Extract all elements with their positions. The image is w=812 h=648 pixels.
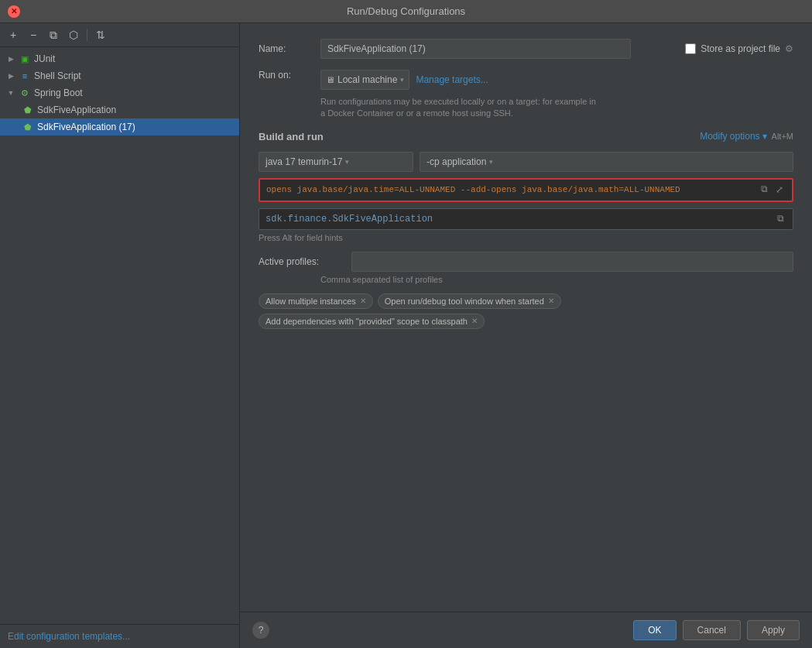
modify-options-button[interactable]: Modify options ▾ bbox=[700, 131, 766, 142]
chip-open-window-close[interactable]: ✕ bbox=[548, 297, 554, 305]
chip-open-window[interactable]: Open run/debug tool window when started … bbox=[378, 293, 561, 309]
junit-icon: ▣ bbox=[19, 53, 31, 65]
java-dropdown[interactable]: java 17 temurin-17 ▾ bbox=[259, 152, 413, 172]
sdk-app-icon: ⬟ bbox=[22, 104, 34, 116]
move-config-button[interactable]: ⬡ bbox=[65, 26, 82, 43]
sidebar-tree: ▶ ▣ JUnit ▶ ≡ Shell Script ▼ ⚙ Spring Bo… bbox=[0, 47, 239, 624]
close-button[interactable]: ✕ bbox=[8, 5, 20, 18]
active-profiles-label: Active profiles: bbox=[259, 256, 344, 267]
chip-add-deps[interactable]: Add dependencies with "provided" scope t… bbox=[259, 314, 485, 329]
sidebar-label-sdk-app-17: SdkFiveApplication (17) bbox=[37, 122, 135, 132]
main-layout: + − ⧉ ⬡ ⇅ ▶ ▣ JUnit ▶ ≡ Shell Script ▼ bbox=[0, 23, 812, 648]
store-project-label: Store as project file bbox=[701, 43, 780, 54]
tree-arrow-spring: ▼ bbox=[6, 88, 15, 98]
run-on-arrow: ▾ bbox=[400, 76, 404, 84]
vm-field-icons: ⧉ ⤢ bbox=[759, 183, 786, 197]
title-bar: ✕ Run/Debug Configurations bbox=[0, 0, 812, 23]
sdk-app-17-icon: ⬟ bbox=[22, 121, 34, 133]
bottom-bar: ? OK Cancel Apply bbox=[240, 612, 812, 648]
build-run-section-header: Build and run Modify options ▾ Alt+M bbox=[259, 131, 793, 142]
chip-open-window-label: Open run/debug tool window when started bbox=[385, 297, 544, 306]
run-on-label: Run on: bbox=[259, 70, 313, 81]
store-project-row: Store as project file ⚙ bbox=[639, 43, 793, 54]
copy-config-button[interactable]: ⧉ bbox=[45, 26, 62, 43]
config-content: Name: Store as project file ⚙ Run on: 🖥 … bbox=[240, 23, 812, 648]
run-hint: Run configurations may be executed local… bbox=[320, 96, 793, 120]
help-button[interactable]: ? bbox=[252, 622, 269, 639]
sidebar-toolbar: + − ⧉ ⬡ ⇅ bbox=[0, 23, 239, 47]
add-config-button[interactable]: + bbox=[5, 26, 22, 43]
chip-allow-multiple-label: Allow multiple instances bbox=[266, 297, 356, 306]
java-dropdown-value: java 17 temurin-17 bbox=[266, 156, 342, 167]
run-on-value: Local machine bbox=[337, 74, 397, 85]
sidebar-item-spring-boot[interactable]: ▼ ⚙ Spring Boot bbox=[0, 84, 239, 101]
chips-area-2: Add dependencies with "provided" scope t… bbox=[259, 314, 793, 329]
sidebar-item-sdk-app-17[interactable]: ⬟ SdkFiveApplication (17) bbox=[0, 118, 239, 135]
vm-copy-icon[interactable]: ⧉ bbox=[759, 183, 770, 196]
name-store-row: Name: Store as project file ⚙ bbox=[259, 39, 793, 59]
shortcut-hint: Alt+M bbox=[772, 132, 793, 141]
java-dropdown-arrow: ▾ bbox=[345, 158, 349, 166]
profiles-row: Active profiles: bbox=[259, 252, 793, 272]
sidebar-label-shell: Shell Script bbox=[34, 70, 81, 81]
build-row: java 17 temurin-17 ▾ -cp application ▾ bbox=[259, 152, 793, 172]
shell-icon: ≡ bbox=[19, 70, 31, 82]
name-input[interactable] bbox=[320, 39, 631, 59]
sidebar-item-shell-script[interactable]: ▶ ≡ Shell Script bbox=[0, 67, 239, 84]
cp-dropdown[interactable]: -cp application ▾ bbox=[420, 152, 793, 172]
cp-dropdown-value: -cp application bbox=[427, 156, 486, 167]
tree-arrow-junit: ▶ bbox=[6, 54, 15, 63]
local-machine-icon: 🖥 bbox=[326, 75, 334, 84]
sidebar-item-junit[interactable]: ▶ ▣ JUnit bbox=[0, 50, 239, 67]
main-class-icon[interactable]: ⧉ bbox=[775, 213, 786, 225]
sidebar-item-sdk-app[interactable]: ⬟ SdkFiveApplication bbox=[0, 101, 239, 118]
chips-area: Allow multiple instances ✕ Open run/debu… bbox=[259, 293, 793, 309]
manage-targets-link[interactable]: Manage targets... bbox=[416, 70, 488, 90]
ok-button[interactable]: OK bbox=[633, 620, 676, 640]
dialog-title: Run/Debug Configurations bbox=[347, 5, 465, 17]
sidebar: + − ⧉ ⬡ ⇅ ▶ ▣ JUnit ▶ ≡ Shell Script ▼ bbox=[0, 23, 240, 648]
edit-templates-link[interactable]: Edit configuration templates... bbox=[0, 624, 239, 648]
build-run-title: Build and run bbox=[259, 131, 324, 142]
spring-icon: ⚙ bbox=[19, 87, 31, 99]
main-class-text: sdk.finance.SdkFiveApplication bbox=[266, 214, 433, 225]
apply-button[interactable]: Apply bbox=[747, 620, 800, 640]
chip-allow-multiple[interactable]: Allow multiple instances ✕ bbox=[259, 293, 373, 309]
sidebar-label-spring: Spring Boot bbox=[34, 87, 83, 98]
run-on-row: Run on: 🖥 Local machine ▾ Manage targets… bbox=[259, 70, 793, 90]
cancel-button[interactable]: Cancel bbox=[683, 620, 741, 640]
sidebar-label-junit: JUnit bbox=[34, 53, 55, 64]
tree-arrow-shell: ▶ bbox=[6, 71, 15, 81]
chip-add-deps-label: Add dependencies with "provided" scope t… bbox=[266, 317, 468, 326]
store-gear-icon[interactable]: ⚙ bbox=[785, 43, 793, 54]
main-class-field[interactable]: sdk.finance.SdkFiveApplication ⧉ bbox=[259, 208, 793, 230]
run-on-dropdown[interactable]: 🖥 Local machine ▾ bbox=[320, 70, 409, 90]
vm-options-field[interactable]: opens java.base/java.time=ALL-UNNAMED --… bbox=[259, 178, 793, 202]
remove-config-button[interactable]: − bbox=[25, 26, 42, 43]
press-alt-hint: Press Alt for field hints bbox=[259, 233, 793, 242]
chip-add-deps-close[interactable]: ✕ bbox=[471, 317, 478, 325]
store-project-checkbox[interactable] bbox=[685, 43, 696, 54]
cp-dropdown-arrow: ▾ bbox=[489, 158, 493, 166]
vm-options-text: opens java.base/java.time=ALL-UNNAMED --… bbox=[266, 185, 759, 194]
vm-expand-icon[interactable]: ⤢ bbox=[773, 183, 786, 197]
name-label: Name: bbox=[259, 43, 313, 54]
sort-config-button[interactable]: ⇅ bbox=[92, 26, 109, 43]
sidebar-label-sdk-app: SdkFiveApplication bbox=[37, 105, 116, 115]
bottom-buttons: OK Cancel Apply bbox=[633, 620, 800, 640]
active-profiles-input[interactable] bbox=[351, 252, 793, 272]
toolbar-separator bbox=[87, 29, 87, 41]
chip-allow-multiple-close[interactable]: ✕ bbox=[360, 297, 366, 305]
form-area: Name: Store as project file ⚙ Run on: 🖥 … bbox=[240, 23, 812, 612]
profiles-hint: Comma separated list of profiles bbox=[320, 275, 793, 284]
